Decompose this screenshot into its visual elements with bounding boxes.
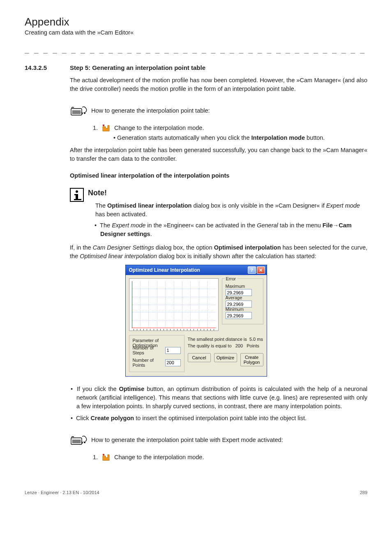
howto-row-2: How to generate the interpolation point … xyxy=(70,434,367,446)
step-number: 1. xyxy=(93,454,102,460)
step-number: 1. xyxy=(93,125,102,131)
step-text: Change to the interpolation mode. xyxy=(114,125,204,131)
page-title: Appendix xyxy=(25,16,367,28)
step-1b: 1. Change to the interpolation mode. xyxy=(93,453,367,461)
optimize-button[interactable]: Optimize xyxy=(214,353,237,362)
error-avg-label: Average xyxy=(226,295,260,300)
section-heading-row: 14.3.2.5 Step 5: Generating an interpola… xyxy=(25,64,367,71)
interpolation-mode-icon xyxy=(102,453,110,461)
dialog-help-button[interactable]: ? xyxy=(248,266,256,274)
svg-rect-13 xyxy=(103,125,104,126)
step-text: Change to the interpolation mode. xyxy=(114,454,204,460)
svg-marker-26 xyxy=(103,455,109,460)
section-title: Step 5: Generating an interpolation poin… xyxy=(70,64,205,71)
error-min-input[interactable] xyxy=(226,312,252,319)
steps-list-2: 1. Change to the interpolation mode. xyxy=(93,453,367,461)
svg-rect-27 xyxy=(103,454,104,456)
intro-paragraph: The actual development of the motion pro… xyxy=(70,76,367,93)
svg-point-25 xyxy=(84,442,85,443)
procedure-icon xyxy=(70,105,88,116)
info-icon xyxy=(70,188,84,202)
note-bullet: The Expert mode in the »Engineer« can be… xyxy=(100,221,367,238)
points-label: Number of Points xyxy=(133,358,165,368)
create-polygon-button[interactable]: Create Polygon xyxy=(240,353,263,366)
footer-page-number: 289 xyxy=(360,490,367,495)
page-header: Appendix Creating cam data with the »Cam… xyxy=(25,16,367,36)
pre-dialog-paragraph: If, in the Cam Designer Settings dialog … xyxy=(70,243,367,261)
dialog-titlebar[interactable]: Optimized Linear Interpolation ? ✕ xyxy=(126,265,267,275)
note-title: Note! xyxy=(88,189,367,197)
page-footer: Lenze · Engineer · 2.13 EN - 10/2014 289 xyxy=(25,490,367,495)
error-min-label: Minimum xyxy=(226,307,260,312)
svg-point-11 xyxy=(84,112,85,114)
step-sub-bullet: Generation starts automatically when you… xyxy=(113,134,367,141)
footer-left: Lenze · Engineer · 2.13 EN - 10/2014 xyxy=(25,490,99,495)
divider-dashes: _ _ _ _ _ _ _ _ _ _ _ _ _ _ _ _ _ _ _ _ … xyxy=(25,45,367,53)
steps-list-1: 1. Change to the interpolation mode. Gen… xyxy=(93,124,367,141)
section-number: 14.3.2.5 xyxy=(25,64,70,71)
step-1: 1. Change to the interpolation mode. xyxy=(93,124,367,132)
parameter-optimization-fieldset: Parameter of Optimization Number of Step… xyxy=(129,335,184,372)
error-legend: Error xyxy=(225,276,237,281)
error-fieldset: Error Maximum Average Minimum xyxy=(222,278,263,324)
page-subtitle: Creating cam data with the »Cam Editor« xyxy=(25,29,367,36)
cancel-button[interactable]: Cancel xyxy=(188,353,211,362)
howto-text-1: How to generate the interpolation point … xyxy=(91,107,210,114)
howto-text-2: How to generate the interpolation point … xyxy=(91,437,283,443)
procedure-icon xyxy=(70,434,88,446)
subheading-optimised: Optimised linear interpolation of the in… xyxy=(70,172,367,179)
svg-marker-12 xyxy=(103,125,109,131)
graph-y-axis xyxy=(132,281,132,328)
stat-line-1: The smallest point distance is 5.0 ms xyxy=(188,337,263,342)
steps-label: Number of Steps xyxy=(133,345,165,355)
after-bullet-1: If you click the Optimise button, an opt… xyxy=(76,385,367,411)
dialog-graph-area xyxy=(129,278,219,331)
dialog-optimized-linear-interpolation: Optimized Linear Interpolation ? ✕ xyxy=(125,265,267,377)
error-max-label: Maximum xyxy=(226,284,260,289)
dialog-close-button[interactable]: ✕ xyxy=(257,266,265,274)
note-paragraph: The Optimised linear interpolation dialo… xyxy=(95,201,367,219)
steps-input[interactable] xyxy=(165,347,181,354)
howto-row-1: How to generate the interpolation point … xyxy=(70,105,367,116)
note-box: Note! The Optimised linear interpolation… xyxy=(70,187,367,238)
after-bullet-2: Click Create polygon to insert the optim… xyxy=(76,414,367,423)
dialog-title: Optimized Linear Interpolation xyxy=(129,267,247,273)
after-step-paragraph: After the interpolation point table has … xyxy=(70,146,367,163)
stat-line-2: The quality is equal to 200 Points xyxy=(188,343,263,348)
interpolation-mode-icon xyxy=(102,124,110,132)
points-input[interactable] xyxy=(165,359,181,366)
